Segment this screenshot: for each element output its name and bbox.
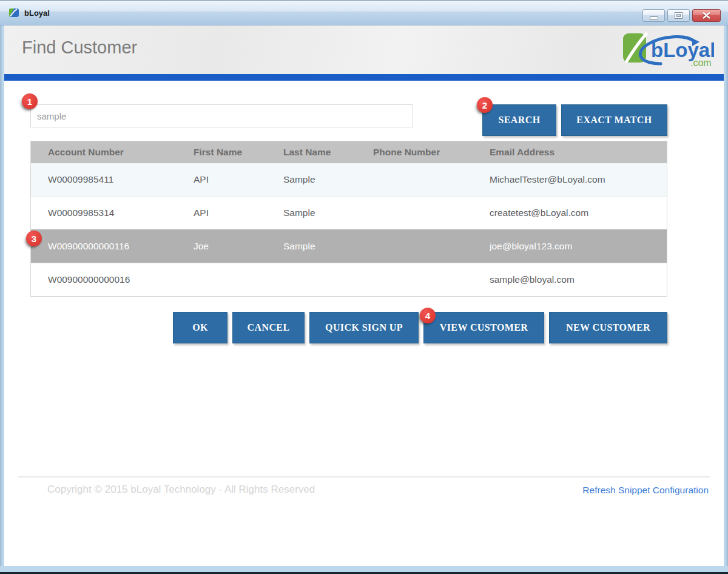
table-row[interactable]: W00009985314 API Sample createtest@bLoya… bbox=[31, 196, 667, 229]
main-content: SEARCH EXACT MATCH Account Number First … bbox=[4, 81, 724, 566]
footer-divider bbox=[18, 476, 710, 478]
column-header-first-name: First Name bbox=[177, 147, 266, 158]
column-header-phone-number: Phone Number bbox=[356, 147, 473, 158]
account-number-cell: W00900000000116 bbox=[31, 241, 177, 252]
callout-badge-3: 3 bbox=[26, 231, 42, 246]
table-header-row: Account Number First Name Last Name Phon… bbox=[31, 141, 667, 163]
search-input[interactable] bbox=[30, 104, 413, 127]
bloyal-app-icon bbox=[8, 7, 19, 18]
ok-button[interactable]: OK bbox=[173, 312, 228, 343]
account-number-cell: W00009985411 bbox=[31, 174, 177, 185]
email-address-cell: MichaelTester@bLoyal.com bbox=[473, 174, 667, 185]
quick-sign-up-button[interactable]: QUICK SIGN UP bbox=[309, 312, 419, 343]
account-number-cell: W00900000000016 bbox=[31, 274, 177, 285]
window-border-left bbox=[0, 25, 4, 574]
email-address-cell: createtest@bLoyal.com bbox=[473, 208, 667, 218]
callout-badge-4: 4 bbox=[420, 308, 436, 323]
last-name-cell: Sample bbox=[266, 241, 356, 252]
column-header-account-number: Account Number bbox=[31, 147, 177, 158]
column-header-email-address: Email Address bbox=[473, 147, 667, 158]
maximize-icon bbox=[675, 13, 682, 18]
table-row[interactable]: W00009985411 API Sample MichaelTester@bL… bbox=[31, 163, 667, 196]
window-title: bLoyal bbox=[24, 8, 50, 18]
accent-bar bbox=[4, 74, 724, 81]
exact-match-button[interactable]: EXACT MATCH bbox=[561, 104, 667, 136]
email-address-cell: sample@bloyal.com bbox=[473, 274, 667, 285]
customer-results-table: Account Number First Name Last Name Phon… bbox=[30, 141, 667, 297]
window-controls bbox=[642, 9, 721, 22]
column-header-last-name: Last Name bbox=[266, 147, 356, 158]
page-header: Find Customer bLoyal .com bbox=[4, 25, 724, 74]
new-customer-button[interactable]: NEW CUSTOMER bbox=[549, 312, 667, 343]
window-titlebar[interactable]: bLoyal bbox=[0, 0, 728, 25]
page-title: Find Customer bbox=[22, 38, 137, 58]
window-border-bottom bbox=[0, 566, 728, 574]
view-customer-button[interactable]: VIEW CUSTOMER bbox=[423, 312, 544, 343]
cancel-button[interactable]: CANCEL bbox=[232, 312, 305, 343]
first-name-cell: Joe bbox=[177, 241, 266, 252]
first-name-cell: API bbox=[177, 208, 266, 218]
last-name-cell: Sample bbox=[266, 174, 356, 185]
window-border-right bbox=[724, 25, 728, 574]
copyright-text: Copyright © 2015 bLoyal Technology - All… bbox=[47, 484, 315, 496]
email-address-cell: joe@bloyal123.com bbox=[473, 241, 667, 252]
callout-badge-1: 1 bbox=[22, 93, 38, 109]
bloyal-logo: bLoyal .com bbox=[622, 30, 714, 69]
minimize-button[interactable] bbox=[642, 9, 665, 22]
close-button[interactable] bbox=[692, 9, 721, 22]
bloyal-window: bLoyal Find Customer bbox=[0, 0, 728, 574]
refresh-snippet-configuration-link[interactable]: Refresh Snippet Configuration bbox=[582, 485, 709, 496]
first-name-cell: API bbox=[177, 174, 266, 185]
logo-tld-text: .com bbox=[690, 58, 712, 68]
table-row[interactable]: W00900000000016 sample@bloyal.com bbox=[31, 263, 667, 296]
close-icon bbox=[703, 12, 710, 19]
find-customer-dialog: Find Customer bLoyal .com SEARCH EXACT M… bbox=[4, 25, 724, 566]
search-button[interactable]: SEARCH bbox=[482, 104, 556, 136]
minimize-icon bbox=[650, 16, 658, 20]
last-name-cell: Sample bbox=[266, 208, 356, 218]
account-number-cell: W00009985314 bbox=[31, 208, 177, 218]
callout-badge-2: 2 bbox=[477, 97, 493, 113]
maximize-button[interactable] bbox=[667, 9, 690, 22]
table-row-selected[interactable]: W00900000000116 Joe Sample joe@bloyal123… bbox=[31, 229, 667, 263]
